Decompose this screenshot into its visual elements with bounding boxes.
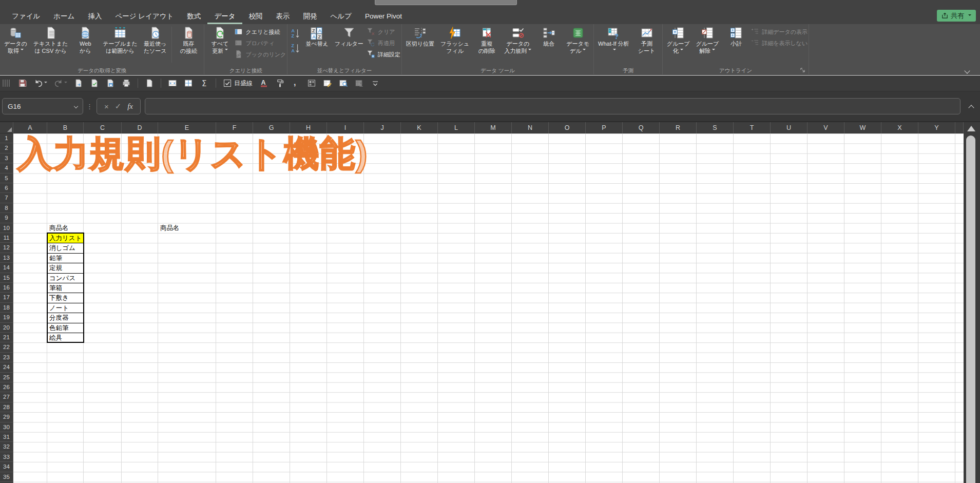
- cell-styles-icon[interactable]: [307, 79, 316, 88]
- sort-descending-button[interactable]: ZA: [290, 43, 301, 55]
- row-header-20[interactable]: 20: [0, 323, 13, 333]
- row-header-4[interactable]: 4: [0, 163, 13, 173]
- expand-formula-bar-icon[interactable]: [969, 103, 973, 112]
- cell-B14[interactable]: 定規: [48, 263, 83, 273]
- menu-tab-10[interactable]: Power Pivot: [358, 8, 409, 24]
- cell-B10[interactable]: 商品名: [48, 223, 105, 233]
- data-validation-button[interactable]: データの入力規則: [501, 26, 534, 55]
- vertical-scrollbar[interactable]: [964, 122, 980, 483]
- row-header-31[interactable]: 31: [0, 432, 13, 442]
- insert-function-icon[interactable]: fx: [127, 102, 133, 111]
- cell-E10[interactable]: 商品名: [159, 223, 237, 233]
- row-header-21[interactable]: 21: [0, 333, 13, 342]
- quick-print-icon[interactable]: [106, 79, 115, 88]
- column-header-O[interactable]: O: [549, 122, 586, 133]
- cell-B15[interactable]: コンパス: [48, 274, 83, 283]
- gridlines-toggle-icon[interactable]: 目盛線: [223, 79, 253, 88]
- menu-tab-3[interactable]: ページ レイアウト: [108, 8, 180, 24]
- existing-connections-button[interactable]: 既存の接続: [174, 26, 203, 55]
- reapply-filter-button[interactable]: 再適用: [367, 38, 400, 48]
- cell-B17[interactable]: 下敷き: [48, 293, 83, 303]
- get-data-button[interactable]: データの取得: [1, 26, 30, 55]
- comma-style-icon[interactable]: ,: [291, 79, 300, 88]
- cell-B12[interactable]: 消しゴム: [48, 243, 83, 253]
- row-header-2[interactable]: 2: [0, 143, 13, 153]
- remove-duplicates-button[interactable]: 重複の削除: [472, 26, 501, 55]
- flash-fill-button[interactable]: フラッシュフィル: [437, 26, 472, 55]
- row-header-12[interactable]: 12: [0, 243, 13, 253]
- row-header-23[interactable]: 23: [0, 353, 13, 362]
- recent-sources-button[interactable]: 最近使ったソース: [141, 26, 170, 55]
- share-button[interactable]: 共有: [937, 10, 976, 22]
- forecast-sheet-button[interactable]: 予測シート: [632, 26, 661, 55]
- row-header-17[interactable]: 17: [0, 293, 13, 302]
- save-icon[interactable]: [18, 79, 27, 88]
- column-header-P[interactable]: P: [586, 122, 623, 133]
- column-header-R[interactable]: R: [660, 122, 697, 133]
- ungroup-button[interactable]: グループ解除: [693, 26, 722, 55]
- menu-tab-9[interactable]: ヘルプ: [324, 8, 358, 24]
- menu-tab-6[interactable]: 校閲: [242, 8, 270, 24]
- cell-B21[interactable]: 絵具: [48, 333, 83, 343]
- validation-source-list[interactable]: 入力リスト消しゴム鉛筆定規コンパス筆箱下敷きノート分度器色鉛筆絵具: [47, 233, 84, 343]
- cell-B13[interactable]: 鉛筆: [48, 254, 83, 263]
- row-header-1[interactable]: 1: [0, 133, 13, 143]
- from-web-button[interactable]: Webから: [71, 26, 100, 55]
- sort-ascending-button[interactable]: AZ: [290, 28, 301, 41]
- clear-filter-button[interactable]: クリア: [367, 27, 400, 37]
- menu-tab-7[interactable]: 表示: [270, 8, 297, 24]
- row-header-35[interactable]: 35: [0, 472, 13, 482]
- table-edit-icon[interactable]: [323, 79, 332, 88]
- sort-button[interactable]: ZAAZ並べ替え: [302, 26, 332, 48]
- menu-tab-5[interactable]: データ: [207, 8, 242, 24]
- cell-B11[interactable]: 入力リスト: [48, 234, 83, 243]
- column-header-partial[interactable]: [955, 122, 964, 133]
- row-header-27[interactable]: 27: [0, 392, 13, 402]
- properties-button[interactable]: プロパティ: [234, 38, 286, 48]
- formula-input[interactable]: [145, 98, 960, 114]
- row-header-6[interactable]: 6: [0, 183, 13, 193]
- undo-icon[interactable]: [34, 79, 47, 88]
- print-icon[interactable]: [122, 79, 131, 88]
- column-header-U[interactable]: U: [771, 122, 808, 133]
- search-box-remnant[interactable]: [375, 0, 517, 5]
- column-header-T[interactable]: T: [734, 122, 771, 133]
- row-header-10[interactable]: 10: [0, 223, 13, 233]
- row-header-15[interactable]: 15: [0, 273, 13, 283]
- menu-tab-1[interactable]: ホーム: [47, 8, 81, 24]
- page-setup-check-icon[interactable]: [90, 79, 99, 88]
- select-all-corner[interactable]: [0, 122, 13, 133]
- row-header-29[interactable]: 29: [0, 412, 13, 422]
- row-header-32[interactable]: 32: [0, 442, 13, 452]
- row-header-8[interactable]: 8: [0, 203, 13, 213]
- merge-cells-icon[interactable]: [168, 79, 177, 88]
- row-header-9[interactable]: 9: [0, 213, 13, 223]
- refresh-all-button[interactable]: すべて更新: [205, 26, 234, 55]
- font-color-icon[interactable]: A: [259, 79, 268, 88]
- formula-bar-splitter[interactable]: ⋮: [86, 103, 93, 110]
- row-header-3[interactable]: 3: [0, 153, 13, 163]
- page-orientation-icon[interactable]: [145, 79, 154, 88]
- column-header-K[interactable]: K: [401, 122, 438, 133]
- redo-icon[interactable]: [54, 79, 67, 88]
- cell-B16[interactable]: 筆箱: [48, 283, 83, 293]
- column-header-X[interactable]: X: [881, 122, 918, 133]
- from-table-range-button[interactable]: テーブルまたは範囲から: [100, 26, 140, 55]
- row-header-11[interactable]: 11: [0, 233, 13, 243]
- column-header-Y[interactable]: Y: [918, 122, 955, 133]
- menu-tab-4[interactable]: 数式: [180, 8, 207, 24]
- column-header-S[interactable]: S: [697, 122, 734, 133]
- collapse-ribbon-button[interactable]: [965, 66, 970, 70]
- row-header-26[interactable]: 26: [0, 382, 13, 392]
- scroll-up-icon[interactable]: [967, 126, 975, 131]
- row-header-34[interactable]: 34: [0, 462, 13, 472]
- row-header-25[interactable]: 25: [0, 373, 13, 382]
- column-header-Q[interactable]: Q: [623, 122, 660, 133]
- row-header-24[interactable]: 24: [0, 362, 13, 372]
- row-header-33[interactable]: 33: [0, 452, 13, 462]
- consolidate-button[interactable]: 統合: [534, 26, 563, 48]
- column-header-J[interactable]: J: [364, 122, 401, 133]
- cell-B18[interactable]: ノート: [48, 303, 83, 313]
- name-box[interactable]: G16: [2, 98, 83, 114]
- filter-button[interactable]: フィルター: [332, 26, 367, 48]
